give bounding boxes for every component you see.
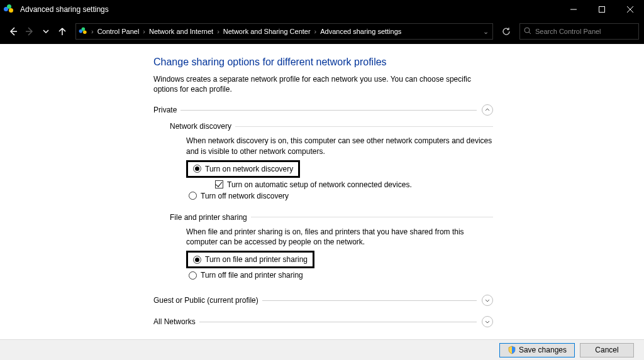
svg-rect-1 xyxy=(599,7,604,13)
callout-box: Turn on file and printer sharing xyxy=(186,251,314,268)
back-button[interactable] xyxy=(5,23,21,40)
command-bar: Save changes Cancel xyxy=(0,339,644,360)
svg-line-7 xyxy=(529,32,531,34)
forward-button[interactable] xyxy=(21,23,38,40)
button-label: Save changes xyxy=(519,346,567,354)
checkbox-icon xyxy=(215,180,223,188)
up-button[interactable] xyxy=(54,23,70,40)
callout-box: Turn on network discovery xyxy=(186,160,300,178)
chevron-down-icon[interactable] xyxy=(482,295,493,306)
breadcrumb-item[interactable]: Network and Sharing Center xyxy=(221,28,313,35)
radio-file-printer-off[interactable]: Turn off file and printer sharing xyxy=(186,270,493,281)
search-placeholder: Search Control Panel xyxy=(535,28,601,35)
window-title: Advanced sharing settings xyxy=(20,5,109,14)
radio-network-discovery-off[interactable]: Turn off network discovery xyxy=(186,190,493,202)
breadcrumb-icon xyxy=(76,26,90,36)
page-title: Change sharing options for different net… xyxy=(153,57,493,68)
refresh-button[interactable] xyxy=(498,23,514,40)
option-label: Turn on file and printer sharing xyxy=(205,255,308,264)
chevron-down-icon[interactable] xyxy=(482,316,493,327)
save-changes-button[interactable]: Save changes xyxy=(499,343,575,357)
section-guest-public[interactable]: Guest or Public (current profile) xyxy=(153,295,493,306)
breadcrumb-item[interactable]: Control Panel xyxy=(95,28,142,35)
subsection-network-discovery: Network discovery xyxy=(170,122,493,131)
app-icon xyxy=(4,3,16,16)
radio-icon xyxy=(193,256,201,264)
chevron-right-icon: › xyxy=(90,28,95,35)
radio-file-printer-on[interactable]: Turn on file and printer sharing xyxy=(191,254,310,265)
radio-icon xyxy=(189,192,197,200)
minimize-button[interactable] xyxy=(559,0,587,19)
chevron-up-icon[interactable] xyxy=(482,104,493,116)
content-area: Change sharing options for different net… xyxy=(3,44,641,339)
breadcrumb-item[interactable]: Network and Internet xyxy=(147,28,216,35)
option-label: Turn on automatic setup of network conne… xyxy=(227,180,412,189)
breadcrumb-item[interactable]: Advanced sharing settings xyxy=(318,28,404,35)
maximize-button[interactable] xyxy=(587,0,616,19)
option-label: Turn off file and printer sharing xyxy=(201,271,303,280)
file-printer-description: When file and printer sharing is on, fil… xyxy=(186,227,493,247)
radio-icon xyxy=(189,271,197,280)
radio-network-discovery-on[interactable]: Turn on network discovery xyxy=(191,163,296,175)
option-label: Turn on network discovery xyxy=(205,165,293,173)
radio-icon xyxy=(193,165,201,173)
section-label: All Networks xyxy=(153,317,199,326)
svg-point-6 xyxy=(525,28,530,33)
subsection-file-printer-sharing: File and printer sharing xyxy=(170,213,493,222)
close-button[interactable] xyxy=(616,0,644,19)
section-label: Private xyxy=(153,106,180,114)
search-input[interactable]: Search Control Panel xyxy=(519,23,639,40)
checkbox-auto-setup[interactable]: Turn on automatic setup of network conne… xyxy=(213,179,493,190)
page-description: Windows creates a separate network profi… xyxy=(153,74,493,94)
section-label: Guest or Public (current profile) xyxy=(153,296,262,305)
breadcrumb[interactable]: › Control Panel › Network and Internet ›… xyxy=(75,23,493,40)
network-discovery-description: When network discovery is on, this compu… xyxy=(186,136,493,156)
option-label: Turn off network discovery xyxy=(201,192,289,200)
chevron-right-icon: › xyxy=(216,28,221,35)
section-all-networks[interactable]: All Networks xyxy=(153,316,493,327)
shield-icon xyxy=(508,346,516,354)
chevron-right-icon: › xyxy=(313,28,318,35)
chevron-right-icon: › xyxy=(142,28,147,35)
breadcrumb-dropdown-icon[interactable]: ⌄ xyxy=(479,28,492,36)
search-icon xyxy=(524,27,531,36)
title-bar: Advanced sharing settings xyxy=(0,0,644,19)
section-private[interactable]: Private xyxy=(153,104,493,116)
subsection-label: File and printer sharing xyxy=(170,213,247,222)
nav-bar: › Control Panel › Network and Internet ›… xyxy=(0,19,644,44)
button-label: Cancel xyxy=(595,346,618,354)
subsection-label: Network discovery xyxy=(170,122,231,131)
cancel-button[interactable]: Cancel xyxy=(580,343,634,357)
history-dropdown[interactable] xyxy=(38,23,54,40)
